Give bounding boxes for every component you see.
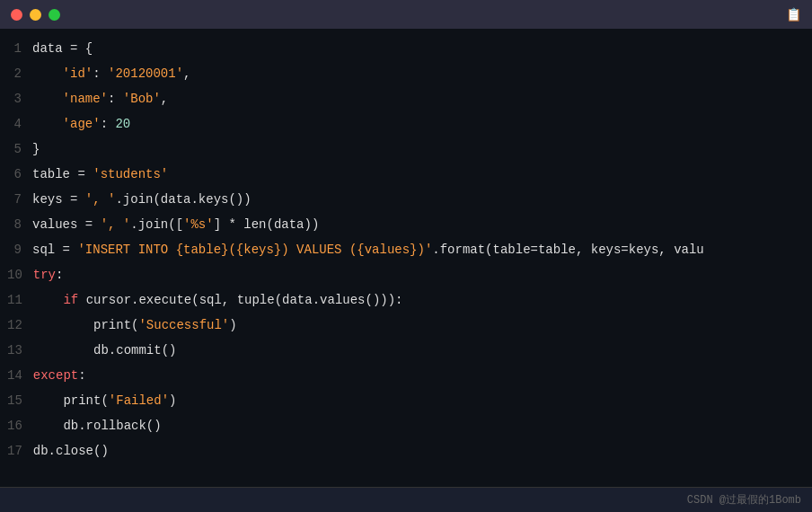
line-content: print('Successful') <box>33 313 237 337</box>
line-number: 11 <box>0 293 33 307</box>
code-line: 6table = 'students' <box>0 162 812 187</box>
code-editor[interactable]: 1data = {2 'id': '20120001',3 'name': 'B… <box>0 29 812 487</box>
code-line: 16 db.rollback() <box>0 413 812 438</box>
code-line: 8values = ', '.join(['%s'] * len(data)) <box>0 212 812 237</box>
traffic-light-yellow[interactable] <box>30 9 41 21</box>
code-line: 7keys = ', '.join(data.keys()) <box>0 187 812 212</box>
line-number: 2 <box>0 66 32 81</box>
code-line: 1data = { <box>0 36 812 61</box>
line-number: 5 <box>0 142 32 156</box>
line-content: db.close() <box>33 439 109 463</box>
code-line: 5} <box>0 137 812 162</box>
status-text: CSDN @过最假的1Bomb <box>687 492 801 508</box>
code-line: 2 'id': '20120001', <box>0 61 812 86</box>
line-number: 1 <box>0 41 32 56</box>
line-number: 16 <box>0 419 33 433</box>
line-number: 3 <box>0 92 32 106</box>
line-number: 4 <box>0 117 32 131</box>
line-number: 13 <box>0 343 33 358</box>
code-line: 12 print('Successful') <box>0 313 812 338</box>
line-content: 'id': '20120001', <box>32 62 190 85</box>
line-content: sql = 'INSERT INTO {table}({keys}) VALUE… <box>32 238 704 261</box>
line-content: 'name': 'Bob', <box>32 87 168 110</box>
line-content: keys = ', '.join(data.keys()) <box>32 188 252 211</box>
code-line: 9sql = 'INSERT INTO {table}({keys}) VALU… <box>0 237 812 262</box>
traffic-light-green[interactable] <box>49 9 60 21</box>
line-content: db.commit() <box>33 339 177 362</box>
code-line: 14except: <box>0 363 812 388</box>
clipboard-icon: 📋 <box>786 7 801 22</box>
line-content: data = { <box>32 37 93 60</box>
line-number: 12 <box>0 318 33 332</box>
line-content: } <box>32 137 40 161</box>
code-line: 4 'age': 20 <box>0 111 812 137</box>
line-number: 6 <box>0 167 32 181</box>
line-content: values = ', '.join(['%s'] * len(data)) <box>32 213 319 236</box>
code-line: 13 db.commit() <box>0 338 812 363</box>
line-number: 8 <box>0 217 32 232</box>
code-line: 17db.close() <box>0 438 812 463</box>
traffic-light-red[interactable] <box>11 9 22 21</box>
line-content: try: <box>33 263 64 287</box>
line-number: 15 <box>0 393 33 408</box>
line-content: db.rollback() <box>33 414 162 437</box>
line-number: 9 <box>0 243 32 257</box>
code-line: 15 print('Failed') <box>0 388 812 413</box>
line-number: 10 <box>0 268 33 282</box>
line-number: 17 <box>0 444 33 458</box>
line-number: 14 <box>0 368 33 383</box>
line-content: table = 'students' <box>32 163 168 186</box>
title-bar: 📋 <box>0 0 812 29</box>
status-bar: CSDN @过最假的1Bomb <box>0 487 812 512</box>
line-content: print('Failed') <box>33 389 177 412</box>
line-content: except: <box>33 364 86 387</box>
code-line: 3 'name': 'Bob', <box>0 86 812 111</box>
code-line: 10try: <box>0 262 812 287</box>
line-number: 7 <box>0 192 32 207</box>
line-content: 'age': 20 <box>32 112 130 136</box>
line-content: if cursor.execute(sql, tuple(data.values… <box>33 288 403 312</box>
code-line: 11 if cursor.execute(sql, tuple(data.val… <box>0 287 812 313</box>
